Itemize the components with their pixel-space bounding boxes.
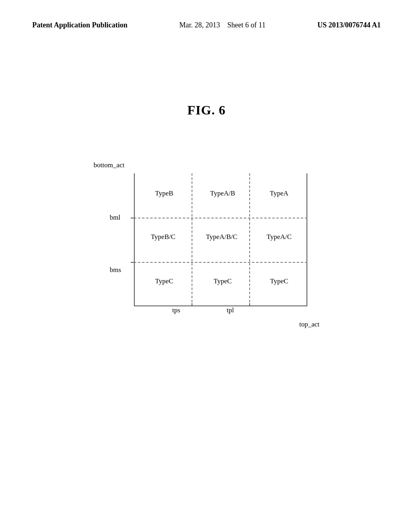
x-label-tpl: tpl bbox=[227, 306, 234, 314]
publication-label: Patent Application Publication bbox=[32, 21, 127, 29]
cell-r3c3: TypeC bbox=[257, 277, 301, 285]
diagram: bottom_act bml bms TypeB TypeA/B TypeA bbox=[94, 157, 319, 330]
cell-r2c1: TypeB/C bbox=[140, 233, 186, 241]
tick-tpl bbox=[249, 303, 250, 306]
patent-number-label: US 2013/0076744 A1 bbox=[317, 21, 381, 29]
cell-r1c1: TypeB bbox=[144, 189, 184, 197]
dashed-line-tpl bbox=[249, 173, 250, 306]
y-label-bms: bms bbox=[110, 266, 121, 274]
page: Patent Application Publication Mar. 28, … bbox=[0, 0, 413, 532]
tick-tps bbox=[192, 303, 192, 306]
y-label-bml: bml bbox=[110, 214, 120, 222]
tick-bml bbox=[131, 218, 134, 218]
y-label-bottom-act: bottom_act bbox=[94, 161, 124, 169]
dashed-line-bml bbox=[134, 218, 307, 218]
header-left: Patent Application Publication bbox=[32, 20, 127, 30]
grid-left-edge bbox=[134, 173, 135, 306]
header: Patent Application Publication Mar. 28, … bbox=[0, 0, 413, 30]
cell-r2c2: TypeA/B/C bbox=[196, 233, 247, 241]
dashed-line-bms bbox=[134, 262, 307, 263]
cell-r2c3: TypeA/C bbox=[257, 233, 301, 241]
x-label-tps: tps bbox=[172, 306, 180, 314]
grid: TypeB TypeA/B TypeA TypeB/C TypeA/B/C Ty… bbox=[134, 173, 307, 306]
cell-r1c2: TypeA/B bbox=[200, 189, 245, 197]
cell-r3c2: TypeC bbox=[204, 277, 241, 285]
x-label-top-act: top_act bbox=[299, 320, 319, 328]
header-right: US 2013/0076744 A1 bbox=[317, 20, 381, 30]
header-center: Mar. 28, 2013 Sheet 6 of 11 bbox=[179, 20, 266, 30]
figure-title: FIG. 6 bbox=[0, 103, 413, 118]
dashed-line-tps bbox=[192, 173, 192, 306]
date-sheet-label: Mar. 28, 2013 Sheet 6 of 11 bbox=[179, 21, 266, 29]
tick-bms bbox=[131, 262, 134, 263]
cell-r1c3: TypeA bbox=[257, 189, 301, 197]
cell-r3c1: TypeC bbox=[144, 277, 184, 285]
